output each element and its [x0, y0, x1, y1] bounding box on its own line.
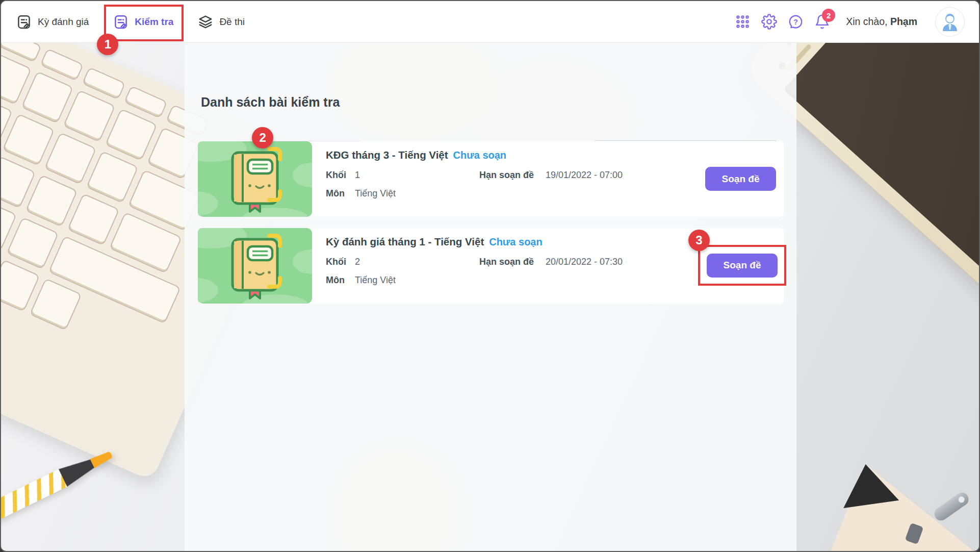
- help-glyph: ?: [793, 18, 798, 26]
- apps-grid-icon[interactable]: [735, 14, 751, 30]
- pen-photo: [0, 445, 116, 537]
- person-avatar-icon: [939, 11, 961, 33]
- exam-title: KĐG tháng 3 - Tiếng Việt: [326, 149, 448, 161]
- subject-label: Môn: [326, 275, 355, 286]
- subject-label: Môn: [326, 188, 355, 199]
- grade-value: 1: [355, 170, 479, 181]
- user-greeting: Xin chào, Phạm: [846, 16, 917, 28]
- exam-status: Chưa soạn: [453, 149, 507, 161]
- subject-value: Tiếng Việt: [355, 188, 396, 199]
- page-title: Danh sách bài kiểm tra: [201, 95, 340, 110]
- main-navigation: Kỳ đánh giá Kiểm tra 1 Đề: [15, 11, 246, 33]
- annotation-box-step-1: [104, 5, 184, 41]
- exam-status: Chưa soạn: [489, 236, 543, 248]
- soan-de-button[interactable]: Soạn đề: [705, 167, 776, 191]
- exam-thumbnail: [198, 228, 312, 304]
- exam-row: Kỳ đánh giá tháng 1 - Tiếng Việt Chưa so…: [198, 228, 784, 304]
- annotation-step-2-badge: 2: [252, 127, 273, 148]
- deadline-label: Hạn soạn đề: [479, 170, 546, 181]
- deadline-value: 19/01/2022 - 07:00: [546, 170, 623, 181]
- greeting-prefix: Xin chào,: [846, 16, 887, 27]
- annotation-box-step-3: Soạn đề 3: [698, 245, 786, 286]
- deadline-label: Hạn soạn đề: [479, 257, 546, 267]
- content-panel: Danh sách bài kiểm tra Bài của tôi Phân …: [185, 42, 796, 551]
- nav-item-de-thi[interactable]: Đề thi: [197, 11, 246, 33]
- book-illustration: [198, 228, 312, 304]
- layers-icon: [198, 14, 213, 30]
- subject-value: Tiếng Việt: [355, 275, 396, 286]
- exam-thumbnail: [198, 141, 312, 217]
- nav-item-kiem-tra[interactable]: Kiểm tra 1: [112, 11, 174, 33]
- notification-count-badge: 2: [822, 9, 835, 22]
- settings-gear-icon[interactable]: [761, 14, 777, 30]
- grade-value: 2: [355, 257, 479, 267]
- top-bar-actions: ? 2 Xin chào, Phạm: [735, 7, 965, 37]
- grade-label: Khối: [326, 170, 355, 181]
- book-illustration: [198, 141, 312, 217]
- exam-row: KĐG tháng 3 - Tiếng Việt Chưa soạn Khối …: [198, 141, 784, 217]
- notifications-bell-icon[interactable]: 2: [814, 14, 830, 30]
- plush-pencil-photo: [769, 442, 980, 552]
- assessment-doc-icon: [16, 14, 32, 30]
- nav-item-ky-danh-gia[interactable]: Kỳ đánh giá: [15, 11, 90, 33]
- app-window: Kỳ đánh giá Kiểm tra 1 Đề: [0, 0, 980, 552]
- nav-item-label: Đề thi: [219, 16, 245, 28]
- exam-title: Kỳ đánh giá tháng 1 - Tiếng Việt: [326, 236, 484, 248]
- help-icon[interactable]: ?: [788, 14, 804, 30]
- grade-label: Khối: [326, 257, 355, 267]
- annotation-step-3-badge: 3: [688, 230, 710, 251]
- user-name: Phạm: [890, 16, 917, 27]
- deadline-value: 20/01/2022 - 07:30: [546, 257, 623, 267]
- user-avatar[interactable]: [935, 7, 965, 37]
- top-bar: Kỳ đánh giá Kiểm tra 1 Đề: [1, 1, 979, 42]
- nav-item-label: Kỳ đánh giá: [38, 16, 89, 28]
- annotation-step-1-badge: 1: [97, 34, 118, 55]
- soan-de-button[interactable]: Soạn đề: [707, 254, 778, 278]
